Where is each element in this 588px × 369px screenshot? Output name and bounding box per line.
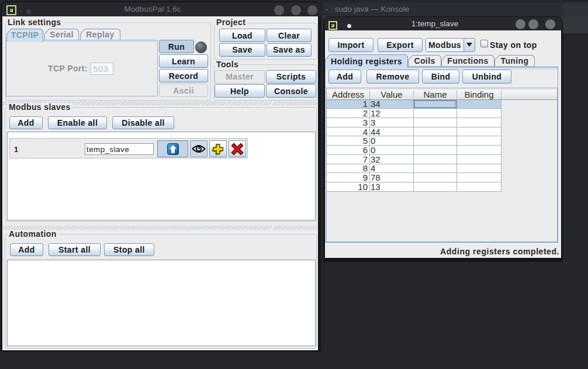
cell-name-2[interactable] xyxy=(414,109,457,118)
modbuspal-titlebar[interactable]: ModbusPal 1.6c xyxy=(2,2,321,16)
register-row-2[interactable]: 212 xyxy=(327,109,501,118)
register-row-10[interactable]: 1013 xyxy=(327,182,501,192)
cell-name-6[interactable] xyxy=(414,146,457,154)
cell-address-10[interactable]: 10 xyxy=(327,182,370,191)
cell-binding-8[interactable] xyxy=(457,164,501,173)
slave-eye-button[interactable] xyxy=(190,140,207,157)
disable-all-button[interactable]: Disable all xyxy=(112,116,174,129)
stop-all-button[interactable]: Stop all xyxy=(104,243,154,256)
cell-value-4[interactable]: 44 xyxy=(370,127,414,136)
cell-name-8[interactable] xyxy=(414,164,457,173)
cell-binding-1[interactable] xyxy=(457,100,501,109)
tab-holding-registers[interactable]: Holding registers xyxy=(325,54,408,68)
register-row-9[interactable]: 978 xyxy=(327,173,501,182)
tab-serial[interactable]: Serial xyxy=(44,29,79,40)
slave-row[interactable]: 1 temp_slave xyxy=(9,138,248,158)
cell-binding-6[interactable] xyxy=(457,146,501,154)
register-row-3[interactable]: 33 xyxy=(327,118,501,127)
export-button[interactable]: Export xyxy=(378,38,423,52)
column-header-binding[interactable]: Binding xyxy=(457,90,501,99)
cell-address-7[interactable]: 7 xyxy=(327,155,370,164)
cell-name-1[interactable] xyxy=(414,100,457,109)
enable-all-button[interactable]: Enable all xyxy=(48,116,107,129)
modbuspal-minimize-button[interactable] xyxy=(274,5,284,15)
start-all-button[interactable]: Start all xyxy=(49,243,101,256)
register-row-7[interactable]: 732 xyxy=(327,155,501,164)
clear-button[interactable]: Clear xyxy=(267,29,312,42)
cell-binding-10[interactable] xyxy=(457,182,501,191)
cell-address-4[interactable]: 4 xyxy=(327,127,370,136)
register-row-5[interactable]: 50 xyxy=(327,136,501,146)
register-unbind-button[interactable]: Unbind xyxy=(462,70,511,84)
cell-binding-2[interactable] xyxy=(457,109,501,118)
column-header-address[interactable]: Address xyxy=(327,90,370,99)
slave-add-register-button[interactable] xyxy=(209,140,227,157)
ascii-button[interactable]: Ascii xyxy=(159,84,208,97)
register-row-8[interactable]: 84 xyxy=(327,164,501,174)
learn-button[interactable]: Learn xyxy=(159,54,208,68)
slave-name-field[interactable]: temp_slave xyxy=(85,143,154,155)
slave-enable-toggle[interactable] xyxy=(157,140,188,157)
mode-combobox[interactable]: Modbus xyxy=(426,38,475,52)
help-button[interactable]: Help xyxy=(215,84,265,98)
cell-value-6[interactable]: 0 xyxy=(370,146,414,154)
register-row-4[interactable]: 444 xyxy=(327,127,501,137)
record-button[interactable]: Record xyxy=(159,69,208,82)
tab-replay[interactable]: Replay xyxy=(80,29,120,40)
cell-name-7[interactable] xyxy=(414,155,457,164)
cell-value-9[interactable]: 78 xyxy=(370,173,414,182)
slave-titlebar[interactable]: 1:temp_slave xyxy=(324,17,562,30)
master-button[interactable]: Master xyxy=(215,70,265,84)
cell-address-8[interactable]: 8 xyxy=(327,164,370,173)
save-button[interactable]: Save xyxy=(219,43,265,57)
tab-functions[interactable]: Functions xyxy=(441,55,494,67)
slaves-add-button[interactable]: Add xyxy=(9,116,43,129)
cell-address-9[interactable]: 9 xyxy=(327,173,370,182)
cell-address-2[interactable]: 2 xyxy=(327,109,370,118)
modbuspal-maximize-button[interactable] xyxy=(291,5,301,15)
slave-minimize-button[interactable] xyxy=(516,19,525,29)
tab-tcpip[interactable]: TCP/IP xyxy=(6,29,43,42)
cell-value-10[interactable]: 13 xyxy=(370,182,414,191)
stay-on-top-checkbox[interactable] xyxy=(480,40,488,47)
cell-address-3[interactable]: 3 xyxy=(327,118,370,127)
register-remove-button[interactable]: Remove xyxy=(366,70,419,84)
cell-value-2[interactable]: 12 xyxy=(370,109,414,118)
slave-maximize-button[interactable] xyxy=(528,19,538,29)
cell-name-4[interactable] xyxy=(414,127,457,136)
save-as-button[interactable]: Save as xyxy=(267,43,312,57)
cell-address-1[interactable]: 1 xyxy=(327,100,370,109)
register-row-1[interactable]: 134 xyxy=(327,100,501,109)
import-button[interactable]: Import xyxy=(328,38,373,52)
modbuspal-close-button[interactable] xyxy=(307,5,317,15)
tcp-port-field[interactable]: 503 xyxy=(91,63,113,75)
tab-tuning[interactable]: Tuning xyxy=(494,55,535,67)
cell-binding-7[interactable] xyxy=(457,155,501,164)
register-row-6[interactable]: 60 xyxy=(327,146,501,155)
cell-name-5[interactable] xyxy=(414,136,457,145)
slave-close-button[interactable] xyxy=(545,19,555,29)
column-header-value[interactable]: Value xyxy=(370,90,414,99)
tab-coils[interactable]: Coils xyxy=(408,55,441,67)
cell-name-3[interactable] xyxy=(414,118,457,127)
cell-binding-3[interactable] xyxy=(457,118,501,127)
register-bind-button[interactable]: Bind xyxy=(422,70,459,84)
column-header-name[interactable]: Name xyxy=(414,90,457,99)
cell-name-9[interactable] xyxy=(414,173,457,182)
console-button[interactable]: Console xyxy=(266,84,316,98)
load-button[interactable]: Load xyxy=(219,29,265,42)
cell-value-7[interactable]: 32 xyxy=(370,155,414,164)
cell-value-3[interactable]: 3 xyxy=(370,118,414,127)
cell-address-6[interactable]: 6 xyxy=(327,146,370,154)
slave-delete-button[interactable] xyxy=(229,140,246,157)
cell-value-8[interactable]: 4 xyxy=(370,164,414,173)
cell-address-5[interactable]: 5 xyxy=(327,136,370,145)
scripts-button[interactable]: Scripts xyxy=(266,70,316,84)
cell-name-10[interactable] xyxy=(414,182,457,191)
cell-value-1[interactable]: 34 xyxy=(370,100,414,109)
cell-binding-5[interactable] xyxy=(457,136,501,145)
cell-binding-4[interactable] xyxy=(457,127,501,136)
automation-add-button[interactable]: Add xyxy=(10,243,43,256)
cell-value-5[interactable]: 0 xyxy=(370,136,414,145)
run-button[interactable]: Run xyxy=(159,40,194,53)
